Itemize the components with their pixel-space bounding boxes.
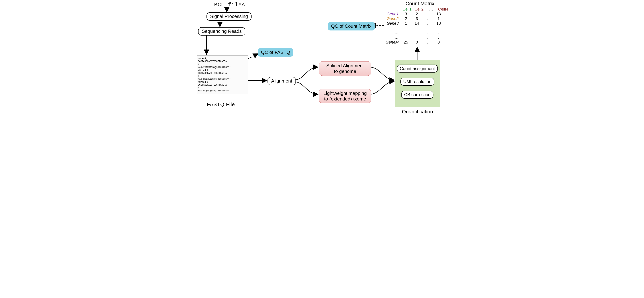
fastq-line: + [198, 87, 247, 89]
matrix-cell: . [411, 30, 422, 35]
matrix-cell: 14 [411, 21, 422, 26]
lightweight-text: Lightweight mapping to (extended) txome [324, 91, 367, 102]
fastq-line: + [198, 63, 247, 66]
matrix-cell: . [422, 12, 433, 16]
quantification-caption: Quantification [402, 109, 433, 115]
matrix-cell: 0 [411, 40, 422, 45]
spliced-text: Spliced Alignment to genome [326, 63, 364, 74]
fastq-line: +&&-&%$%%$$$#)33&0$&%$'"* [198, 78, 247, 81]
step-spliced-alignment: Spliced Alignment to genome [319, 61, 372, 76]
fastq-line: CGGTAGCCAGCTGCGTTCAGTA [198, 60, 247, 63]
matrix-cell: . [422, 30, 433, 35]
matrix-row-label: … [385, 35, 400, 40]
fastq-line: + [198, 75, 247, 78]
matrix-cell: 2 [411, 12, 422, 16]
qc-count-matrix: QC of Count Matrix [328, 22, 375, 30]
fastq-line: >@read_2 [198, 69, 247, 72]
matrix-cell: 18 [433, 21, 444, 26]
fastq-line: >@read_3 [198, 81, 247, 84]
svg-line-3 [248, 54, 258, 59]
matrix-cell: 0 [433, 40, 444, 45]
fastq-line: >@read_1 [198, 57, 247, 60]
fastq-file-caption: FASTQ File [207, 102, 235, 107]
fastq-file-box: >@read_1 CGGTAGCCAGCTGCGTTCAGTA + +&&-&%… [197, 55, 248, 94]
matrix-cell: . [400, 35, 411, 40]
matrix-cell: 13 [433, 12, 444, 16]
matrix-cell: . [422, 26, 433, 30]
matrix-cell: . [422, 21, 433, 26]
matrix-cell: . [422, 35, 433, 40]
fastq-line: CGGTAGCCAGCTGCGTTCAGTA [198, 84, 247, 87]
matrix-cell: . [433, 35, 444, 40]
matrix-row-label: Gene3 [385, 21, 400, 26]
fastq-line: CGGTAGCCAGCTGCGTTCAGTA [198, 72, 247, 75]
matrix-cell: . [433, 30, 444, 35]
matrix-cell: . [433, 26, 444, 30]
bcl-files-label: BCL files [214, 2, 245, 8]
matrix-cell: . [411, 35, 422, 40]
step-sequencing-reads: Sequencing Reads [198, 27, 245, 35]
matrix-cell: 3 [411, 16, 422, 21]
matrix-cell: . [411, 26, 422, 30]
step-lightweight-mapping: Lightweight mapping to (extended) txome [319, 89, 372, 103]
count-matrix-title: Count Matrix [406, 1, 434, 6]
fastq-line: +&&-&%$%%$$$#)33&0$&%$'"* [198, 66, 247, 69]
matrix-cell: . [422, 40, 433, 45]
qc-fastq: QC of FASTQ [258, 48, 293, 57]
matrix-cell: 1 [400, 21, 411, 26]
matrix-row-label: … [385, 26, 400, 30]
matrix-cell: 2 [400, 16, 411, 21]
matrix-col-header: CellN [438, 7, 448, 12]
quant-umi-resolution: UMI resolution [400, 78, 434, 86]
matrix-cell: . [422, 16, 433, 21]
matrix-col-header: … [426, 7, 436, 12]
quantification-box: Count assignment UMI resolution CB corre… [395, 60, 440, 107]
quant-count-assignment: Count assignment [397, 65, 438, 73]
diagram-canvas: BCL files Signal Processing Sequencing R… [193, 0, 451, 120]
count-matrix: Cell1 Cell2 … CellN Gene132.13 Gene223.1… [385, 7, 448, 45]
matrix-cell: 3 [400, 12, 411, 16]
matrix-cell: 1 [433, 16, 444, 21]
matrix-row-label: Gene1 [385, 12, 400, 16]
matrix-row-label: Gene2 [385, 16, 400, 21]
fastq-line: +&&-&%$%%$$$#)33&0$&%$'"* [198, 89, 247, 92]
quant-cb-correction: CB correction [401, 91, 433, 99]
matrix-row-label: GeneM [385, 40, 400, 45]
matrix-col-header: Cell1 [402, 7, 412, 12]
matrix-cell: 25 [400, 40, 411, 45]
step-alignment: Alignment [268, 77, 296, 85]
matrix-row-label: … [385, 30, 400, 35]
matrix-cell: . [400, 26, 411, 30]
matrix-cell: . [400, 30, 411, 35]
step-signal-processing: Signal Processing [206, 12, 252, 21]
matrix-col-header: Cell2 [414, 7, 424, 12]
